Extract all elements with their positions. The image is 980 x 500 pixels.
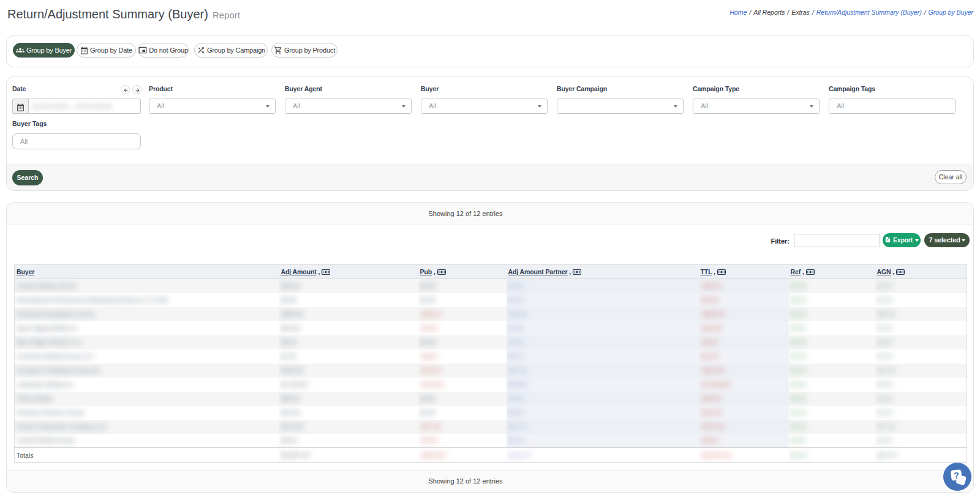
svg-text:?: ? bbox=[953, 471, 959, 481]
